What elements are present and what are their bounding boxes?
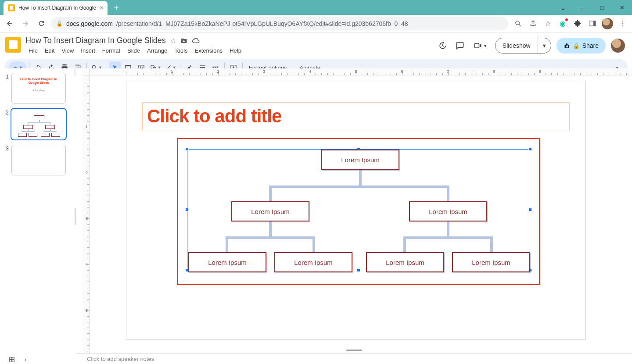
- svg-rect-32: [12, 360, 14, 362]
- svg-rect-18: [212, 67, 214, 68]
- maximize-button[interactable]: □: [592, 0, 612, 15]
- bottom-left-controls: ‹: [0, 355, 74, 364]
- menu-arrange[interactable]: Arrange: [144, 46, 170, 55]
- comments-icon[interactable]: [454, 39, 466, 52]
- workspace: 1 How To Insert Diagram In Google Slides…: [0, 68, 632, 364]
- ruler-horizontal[interactable]: 123456789: [90, 68, 632, 75]
- close-window-button[interactable]: ✕: [612, 0, 632, 15]
- move-icon[interactable]: [180, 37, 187, 44]
- extensions-icon[interactable]: [571, 18, 584, 30]
- thumb1-subtitle: A Story Map: [15, 89, 62, 92]
- bookmark-icon[interactable]: ☆: [542, 18, 554, 30]
- browser-toolbar: 🔒 docs.google.com/presentation/d/1_MJ07Z…: [0, 15, 632, 32]
- menu-insert[interactable]: Insert: [78, 46, 98, 55]
- document-title[interactable]: How To Insert Diagram In Google Slides: [25, 36, 166, 45]
- browser-titlebar: How To Insert Diagram In Google × + ⌄ ― …: [0, 0, 632, 15]
- menu-edit[interactable]: Edit: [42, 46, 57, 55]
- svg-rect-31: [10, 360, 12, 362]
- notes-resize-handle[interactable]: [346, 350, 362, 351]
- close-tab-icon[interactable]: ×: [100, 4, 103, 11]
- hierarchy-node[interactable]: Lorem Ipsum: [188, 252, 266, 272]
- meet-icon[interactable]: ▼: [471, 39, 490, 52]
- profile-avatar[interactable]: [601, 18, 614, 30]
- collapse-filmstrip-icon[interactable]: ‹: [25, 357, 26, 363]
- chrome-menu-icon[interactable]: ⋮: [616, 18, 628, 30]
- svg-line-1: [519, 25, 521, 26]
- thumb1-title: How To Insert Diagram In Google Slides: [15, 78, 62, 84]
- reload-button[interactable]: [35, 18, 47, 30]
- diagram-selection[interactable]: Lorem Ipsum Lorem Ipsum Lorem Ipsum Lore…: [177, 138, 540, 285]
- sidepanel-icon[interactable]: [586, 18, 599, 30]
- diagram-group[interactable]: Lorem Ipsum Lorem Ipsum Lorem Ipsum Lore…: [187, 150, 530, 270]
- svg-rect-19: [215, 67, 216, 68]
- grammarly-extension-icon[interactable]: ◉: [557, 18, 569, 30]
- hierarchy-node[interactable]: Lorem Ipsum: [409, 201, 487, 221]
- menu-view[interactable]: View: [58, 46, 77, 55]
- zoom-icon[interactable]: [512, 18, 524, 30]
- svg-rect-29: [10, 357, 12, 360]
- url-path: /presentation/d/1_MJ07Za15kBoZkaNePJ-ot5…: [116, 20, 408, 27]
- version-history-icon[interactable]: [436, 39, 449, 52]
- menu-extensions[interactable]: Extensions: [192, 46, 226, 55]
- app-header: How To Insert Diagram In Google Slides ☆…: [0, 32, 632, 55]
- minimize-button[interactable]: ―: [573, 0, 592, 15]
- account-avatar[interactable]: [611, 39, 625, 53]
- cloud-status-icon[interactable]: [192, 37, 200, 45]
- title-placeholder[interactable]: Click to add title: [142, 102, 570, 130]
- svg-rect-17: [212, 66, 218, 66]
- tab-title: How To Insert Diagram In Google: [18, 5, 96, 11]
- svg-point-11: [151, 65, 154, 68]
- share-button[interactable]: 🔒Share: [557, 38, 606, 54]
- canvas[interactable]: 123456789 12345 Click to add title: [76, 68, 632, 364]
- speaker-notes-placeholder: Click to add speaker notes: [87, 356, 154, 362]
- menu-file[interactable]: File: [25, 46, 41, 55]
- menu-help[interactable]: Help: [226, 46, 244, 55]
- new-tab-button[interactable]: +: [110, 2, 122, 14]
- share-page-icon[interactable]: [527, 18, 539, 30]
- ruler-corner: [83, 68, 90, 75]
- share-label: Share: [582, 42, 599, 49]
- url-host: docs.google.com: [66, 20, 113, 27]
- slide[interactable]: Click to add title: [126, 81, 586, 339]
- menu-tools[interactable]: Tools: [171, 46, 190, 55]
- speaker-notes[interactable]: Click to add speaker notes: [76, 353, 632, 364]
- address-bar[interactable]: 🔒 docs.google.com/presentation/d/1_MJ07Z…: [51, 17, 508, 30]
- svg-point-10: [140, 66, 141, 68]
- ruler-vertical[interactable]: 12345: [83, 75, 90, 355]
- filmstrip[interactable]: 1 How To Insert Diagram In Google Slides…: [0, 68, 74, 364]
- tab-search-icon[interactable]: ⌄: [553, 0, 573, 15]
- svg-point-0: [515, 21, 519, 25]
- hierarchy-node-root[interactable]: Lorem Ipsum: [321, 150, 399, 170]
- svg-rect-30: [12, 357, 14, 360]
- browser-tab[interactable]: How To Insert Diagram In Google ×: [4, 1, 108, 15]
- lock-icon: 🔒: [56, 21, 63, 27]
- svg-rect-3: [593, 21, 595, 26]
- menu-slide[interactable]: Slide: [124, 46, 143, 55]
- slideshow-dropdown[interactable]: ▼: [538, 38, 551, 54]
- hierarchy-node[interactable]: Lorem Ipsum: [274, 252, 352, 272]
- slide-number: 3: [4, 145, 9, 175]
- forward-button[interactable]: [19, 18, 32, 30]
- slide-thumb-3[interactable]: [11, 145, 66, 175]
- back-button[interactable]: [4, 18, 16, 30]
- star-icon[interactable]: ☆: [170, 37, 176, 45]
- hierarchy-node[interactable]: Lorem Ipsum: [452, 252, 530, 272]
- slides-favicon-icon: [8, 4, 15, 11]
- menu-bar: File Edit View Insert Format Slide Arran…: [25, 46, 432, 55]
- svg-rect-20: [216, 67, 218, 68]
- svg-rect-4: [474, 43, 479, 48]
- slide-number: 1: [4, 73, 9, 103]
- explore-icon[interactable]: [9, 357, 15, 363]
- title-placeholder-text: Click to add title: [147, 106, 281, 127]
- hierarchy-node[interactable]: Lorem Ipsum: [366, 252, 444, 272]
- slide-thumb-2[interactable]: ··· ··· ··· ··· ··· ··· ···: [11, 109, 66, 139]
- window-controls: ⌄ ― □ ✕: [553, 0, 632, 15]
- slide-number: 2: [4, 109, 9, 139]
- slideshow-button[interactable]: Slideshow: [495, 38, 538, 54]
- slides-logo-icon[interactable]: [5, 37, 21, 53]
- menu-format[interactable]: Format: [99, 46, 123, 55]
- hierarchy-node[interactable]: Lorem Ipsum: [231, 201, 309, 221]
- slide-thumb-1[interactable]: How To Insert Diagram In Google Slides A…: [11, 73, 66, 103]
- svg-rect-14: [200, 65, 205, 66]
